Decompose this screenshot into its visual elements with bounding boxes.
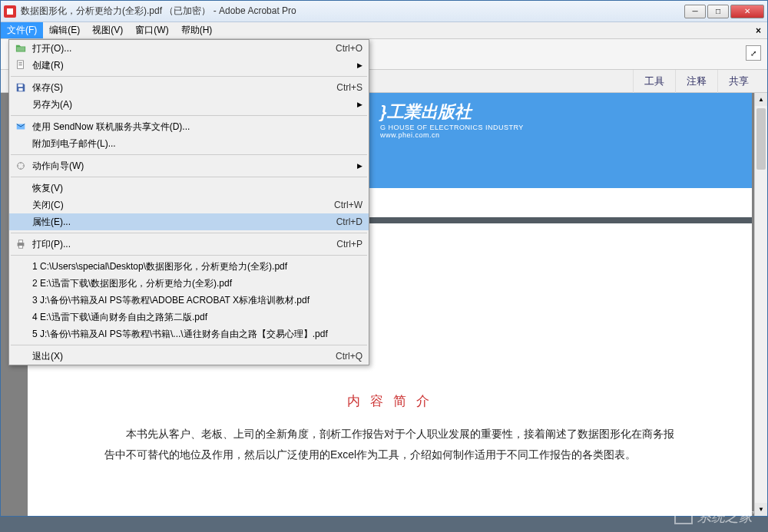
page-body: 内 容 简 介 本书先从客户、老板、上司的全新角度，剖析工作报告对于个人职业发展… <box>28 362 752 516</box>
save-icon <box>14 81 28 94</box>
menu-item-action-wizard[interactable]: 动作向导(W) ▶ <box>9 157 369 174</box>
recent-file-5[interactable]: 5 J:\备份\书籍及AI PS等教程\书籍\...\通往财务自由之路【交易心理… <box>9 325 369 342</box>
menu-item-revert[interactable]: 恢复(V) <box>9 180 369 197</box>
recent-file-1[interactable]: 1 C:\Users\special\Desktop\数据图形化，分析更给力(全… <box>9 258 369 275</box>
page-white <box>369 188 752 217</box>
menu-file[interactable]: 文件(F) <box>1 22 43 38</box>
content-paragraph: 本书先从客户、老板、上司的全新角度，剖析工作报告对于个人职业发展的重要性，接着阐… <box>104 424 675 464</box>
svg-rect-5 <box>18 240 22 243</box>
watermark: 系统之家 <box>674 507 753 526</box>
wizard-icon <box>14 160 28 172</box>
tab-share[interactable]: 共享 <box>717 70 760 93</box>
submenu-arrow-icon: ▶ <box>357 162 362 170</box>
house-icon <box>674 509 693 524</box>
menu-item-save[interactable]: 保存(S) Ctrl+S <box>9 79 369 96</box>
submenu-arrow-icon: ▶ <box>357 61 362 69</box>
recent-file-4[interactable]: 4 E:\迅雷下载\通向财务自由之路第二版.pdf <box>9 309 369 325</box>
recent-file-2[interactable]: 2 E:\迅雷下载\数据图形化，分析更给力(全彩).pdf <box>9 275 369 292</box>
submenu-arrow-icon: ▶ <box>357 101 362 108</box>
file-menu-dropdown: 打开(O)... Ctrl+O 创建(R) ▶ 保存(S) Ctrl+S 另存为… <box>8 39 369 365</box>
menu-item-email[interactable]: 附加到电子邮件(L)... <box>9 135 369 152</box>
menu-item-sendnow[interactable]: 使用 SendNow 联机服务共享文件(D)... <box>9 118 369 135</box>
menu-item-open[interactable]: 打开(O)... Ctrl+O <box>9 40 369 57</box>
menu-separator <box>11 76 367 77</box>
recent-file-3[interactable]: 3 J:\备份\书籍及AI PS等教程\ADOBE ACROBAT X标准培训教… <box>9 292 369 309</box>
svg-rect-1 <box>18 84 23 88</box>
menu-window[interactable]: 窗口(W) <box>129 22 174 38</box>
svg-rect-0 <box>18 61 24 69</box>
svg-rect-6 <box>18 246 22 249</box>
vertical-scrollbar[interactable]: ▲ ▼ <box>754 93 767 516</box>
menu-item-properties[interactable]: 属性(E)... Ctrl+D <box>9 213 369 230</box>
menu-item-exit[interactable]: 退出(X) Ctrl+Q <box>9 348 369 365</box>
menu-item-create[interactable]: 创建(R) ▶ <box>9 57 369 74</box>
close-button[interactable]: ✕ <box>730 5 764 18</box>
open-icon <box>14 42 28 55</box>
maximize-button[interactable]: □ <box>707 5 729 18</box>
menu-separator <box>11 115 367 116</box>
send-icon <box>14 121 28 133</box>
menu-view[interactable]: 视图(V) <box>86 22 129 38</box>
menubar-close-button[interactable]: × <box>750 22 767 38</box>
menu-separator <box>11 345 367 345</box>
menu-item-close-doc[interactable]: 关闭(C) Ctrl+W <box>9 197 369 213</box>
app-icon <box>4 5 16 18</box>
print-icon <box>14 238 28 250</box>
menu-separator <box>11 255 367 256</box>
tab-comments[interactable]: 注释 <box>675 70 717 93</box>
menu-separator <box>11 177 367 177</box>
menu-separator <box>11 154 367 155</box>
window-controls: ─ □ ✕ <box>684 5 764 18</box>
scroll-down-button[interactable]: ▼ <box>755 503 767 516</box>
page-banner: }工業出版社 G HOUSE OF ELECTRONICS INDUSTRY w… <box>369 93 752 188</box>
window-title: 数据图形化，分析更给力(全彩).pdf （已加密） - Adobe Acroba… <box>21 5 684 18</box>
svg-rect-2 <box>18 88 22 91</box>
expand-button[interactable]: ⤢ <box>746 45 761 61</box>
create-icon <box>14 59 28 71</box>
menubar: 文件(F) 编辑(E) 视图(V) 窗口(W) 帮助(H) × 打开(O)...… <box>1 22 767 39</box>
scroll-up-button[interactable]: ▲ <box>755 93 767 106</box>
minimize-button[interactable]: ─ <box>684 5 706 18</box>
titlebar[interactable]: 数据图形化，分析更给力(全彩).pdf （已加密） - Adobe Acroba… <box>1 1 767 22</box>
tab-tools[interactable]: 工具 <box>633 70 675 93</box>
menu-item-print[interactable]: 打印(P)... Ctrl+P <box>9 236 369 253</box>
menu-edit[interactable]: 编辑(E) <box>43 22 86 38</box>
app-window: 数据图形化，分析更给力(全彩).pdf （已加密） - Adobe Acroba… <box>0 0 768 517</box>
menu-separator <box>11 233 367 233</box>
menu-help[interactable]: 帮助(H) <box>175 22 219 38</box>
content-heading: 内 容 简 介 <box>104 392 675 410</box>
scroll-thumb[interactable] <box>756 108 766 170</box>
menu-item-saveas[interactable]: 另存为(A) ▶ <box>9 96 369 113</box>
